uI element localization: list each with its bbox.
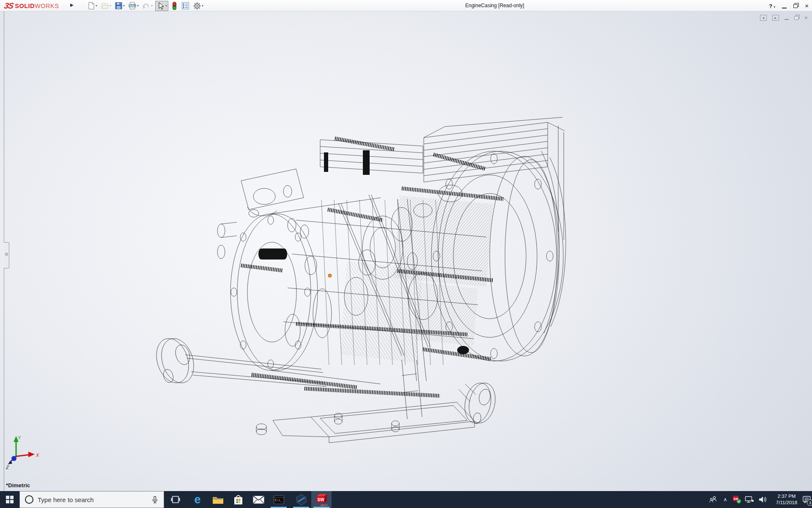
mail-button[interactable] <box>248 491 269 508</box>
quick-access-toolbar: ▾ ▾ ▾ <box>87 0 204 11</box>
chevron-up-icon: ∧ <box>724 497 727 502</box>
solidworks-icon: SW 2017 <box>315 493 328 507</box>
undo-arrow-icon <box>142 2 151 10</box>
new-document-button[interactable]: ▾ <box>87 1 98 11</box>
doc-restore-button[interactable] <box>794 16 799 20</box>
y-axis-label: Y <box>18 435 21 440</box>
x-axis-label: X <box>36 453 39 458</box>
x-axis-arrow <box>28 452 35 457</box>
notification-badge: 3 <box>807 500 812 506</box>
doc-close-button[interactable]: × <box>804 15 808 21</box>
people-button[interactable] <box>707 491 719 508</box>
z-axis-ball <box>11 456 16 461</box>
undo-button[interactable]: ▾ <box>141 1 154 11</box>
rebuild-button[interactable] <box>170 1 179 11</box>
show-hidden-icons-button[interactable]: ∧ <box>720 491 730 508</box>
graphics-viewport[interactable]: ◂ ▸ × <box>0 11 812 491</box>
network-button[interactable] <box>743 491 756 508</box>
solidworks-check-icon: SW <box>732 495 742 504</box>
view-orientation-label: *Dimetric <box>6 482 30 489</box>
options-button[interactable]: ▾ <box>192 1 204 11</box>
window-controls: ?▾ × <box>769 0 809 11</box>
new-document-icon <box>88 2 95 10</box>
start-button[interactable] <box>0 491 19 508</box>
hexagon-app-icon <box>296 494 307 505</box>
dropdown-caret[interactable]: ▾ <box>137 4 139 8</box>
origin-marker <box>328 274 332 277</box>
dropdown-caret[interactable]: ▾ <box>151 4 153 8</box>
ds-logo-mark: 3S <box>3 1 14 11</box>
z-axis-label: Z <box>5 465 9 470</box>
open-folder-icon <box>101 2 109 10</box>
task-view-button[interactable] <box>165 491 186 508</box>
file-explorer-icon <box>212 495 224 504</box>
file-properties-button[interactable] <box>181 1 190 11</box>
file-explorer-button[interactable] <box>208 491 228 508</box>
edge-icon: e <box>194 494 200 505</box>
minimize-button[interactable] <box>782 8 787 8</box>
brand-solid: SOLID <box>15 3 35 9</box>
wireframe-engine-model[interactable] <box>0 11 812 491</box>
reference-triad: Y X Z <box>3 434 41 471</box>
file-properties-icon <box>181 2 189 10</box>
collapse-pane-left-button[interactable]: ◂ <box>760 15 767 21</box>
dropdown-caret[interactable]: ▾ <box>110 4 111 8</box>
restore-button[interactable] <box>793 4 798 8</box>
tray-date: 7/11/2018 <box>770 500 804 506</box>
clock[interactable]: 2:37 PM 7/11/2018 <box>770 491 804 508</box>
command-prompt-icon: C:\_ <box>274 495 284 504</box>
close-button[interactable]: × <box>805 0 809 11</box>
open-button[interactable]: ▾ <box>100 1 112 11</box>
menu-flyout-arrow[interactable]: ▶ <box>70 3 74 7</box>
svg-text:C:\_: C:\_ <box>275 498 283 502</box>
windows-taskbar: e C:\_ <box>0 491 812 508</box>
solidworks-resource-monitor[interactable]: SW <box>731 491 743 508</box>
select-button[interactable]: ▾ <box>155 1 168 11</box>
select-cursor-icon <box>156 2 165 10</box>
solidworks-2017-button[interactable]: SW 2017 <box>311 491 332 508</box>
speaker-icon <box>758 496 768 503</box>
expand-pane-right-button[interactable]: ▸ <box>772 15 779 21</box>
print-button[interactable]: ▾ <box>127 1 140 11</box>
dropdown-caret[interactable]: ▾ <box>202 4 203 8</box>
doc-minimize-button[interactable] <box>785 19 789 20</box>
command-prompt-button[interactable]: C:\_ <box>269 491 289 508</box>
solidworks-logo: 3S SOLID WORKS <box>4 1 59 11</box>
taskbar-search[interactable] <box>19 491 164 508</box>
gear-icon <box>193 2 201 10</box>
title-bar: 3S SOLID WORKS ▶ ▾ ▾ <box>0 0 812 11</box>
dropdown-caret[interactable]: ▾ <box>165 4 167 8</box>
svg-text:2017: 2017 <box>320 503 328 507</box>
network-icon <box>745 496 754 503</box>
hexagon-app-button[interactable] <box>291 491 311 508</box>
action-center-button[interactable]: 3 <box>802 491 812 508</box>
dropdown-caret[interactable]: ▾ <box>96 4 97 8</box>
edge-button[interactable]: e <box>187 491 208 508</box>
volume-button[interactable] <box>757 491 769 508</box>
people-icon <box>709 496 717 503</box>
search-input[interactable] <box>38 496 151 503</box>
save-button[interactable]: ▾ <box>114 1 126 11</box>
cortana-icon <box>25 495 33 504</box>
svg-text:SW: SW <box>318 497 325 502</box>
tray-time: 2:37 PM <box>770 493 804 500</box>
dropdown-caret[interactable]: ▾ <box>123 4 125 8</box>
document-window-controls: ◂ ▸ × <box>760 15 808 21</box>
microsoft-store-button[interactable] <box>228 491 248 508</box>
window-title: EngineCasing [Read-only] <box>465 3 524 8</box>
brand-works: WORKS <box>35 3 59 9</box>
microphone-icon[interactable] <box>151 496 159 504</box>
mail-icon <box>253 496 264 504</box>
save-floppy-icon <box>115 2 123 10</box>
rebuild-stoplight-icon <box>171 2 178 10</box>
help-button[interactable]: ?▾ <box>769 2 775 10</box>
print-icon <box>128 2 137 10</box>
task-view-icon <box>171 495 180 504</box>
store-icon <box>233 494 244 505</box>
windows-logo-icon <box>6 496 14 503</box>
